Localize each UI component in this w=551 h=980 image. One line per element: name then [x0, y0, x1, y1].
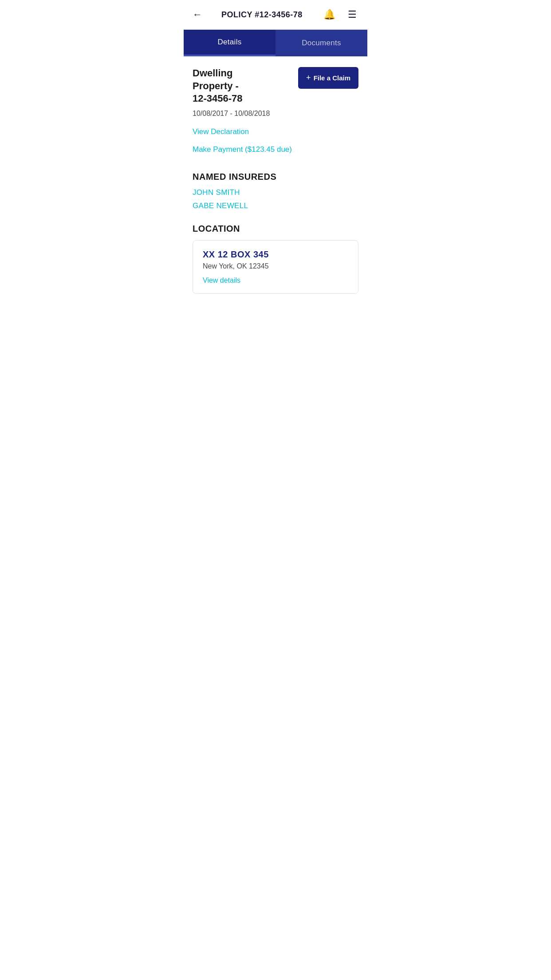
policy-title: Dwelling Property - 12-3456-78 [193, 67, 251, 105]
location-address-main: XX 12 BOX 345 [203, 249, 348, 260]
header-title: POLICY #12-3456-78 [221, 10, 303, 20]
main-content: Dwelling Property - 12-3456-78 + File a … [184, 56, 367, 304]
location-card: XX 12 BOX 345 New York, OK 12345 View de… [193, 240, 358, 294]
tab-details[interactable]: Details [184, 30, 276, 56]
policy-dates: 10/08/2017 - 10/08/2018 [193, 110, 358, 118]
hamburger-icon: ☰ [348, 9, 357, 20]
divider-1 [193, 163, 358, 167]
back-icon: ← [193, 9, 202, 20]
notification-button[interactable]: 🔔 [322, 7, 337, 22]
file-claim-button[interactable]: + File a Claim [298, 67, 358, 89]
location-section: LOCATION XX 12 BOX 345 New York, OK 1234… [193, 215, 358, 294]
insured-john-smith[interactable]: JOHN SMITH [193, 188, 358, 197]
app-header: ← POLICY #12-3456-78 🔔 ☰ [184, 0, 367, 30]
plus-icon: + [306, 73, 311, 83]
policy-header: Dwelling Property - 12-3456-78 + File a … [193, 67, 358, 105]
menu-button[interactable]: ☰ [346, 7, 358, 22]
location-address-sub: New York, OK 12345 [203, 262, 348, 270]
policy-info: Dwelling Property - 12-3456-78 [193, 67, 298, 105]
header-actions: 🔔 ☰ [322, 7, 358, 22]
insured-gabe-newell[interactable]: GABE NEWELL [193, 202, 358, 210]
divider-2 [193, 215, 358, 219]
notification-icon: 🔔 [323, 9, 335, 20]
location-title: LOCATION [193, 224, 358, 234]
view-details-link[interactable]: View details [203, 277, 240, 285]
named-insureds-title: NAMED INSUREDS [193, 172, 358, 182]
tab-documents[interactable]: Documents [276, 30, 367, 56]
make-payment-link[interactable]: Make Payment ($123.45 due) [193, 145, 292, 154]
tab-bar: Details Documents [184, 30, 367, 56]
file-claim-label: File a Claim [314, 74, 350, 82]
view-declaration-link[interactable]: View Declaration [193, 127, 249, 136]
back-button[interactable]: ← [193, 9, 202, 20]
